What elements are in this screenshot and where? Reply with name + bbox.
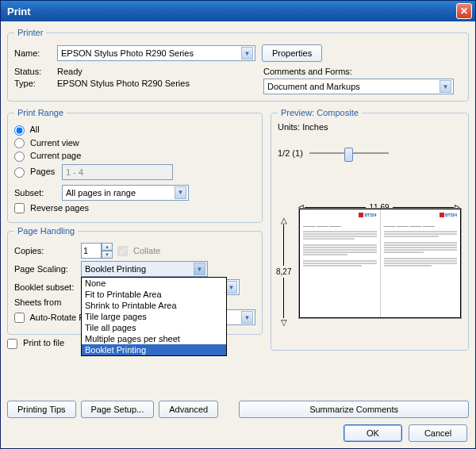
type-label: Type: [14,79,57,88]
close-icon[interactable]: ✕ [456,3,472,19]
advanced-button[interactable]: Advanced [159,401,218,418]
comments-label: Comments and Forms: [263,67,352,76]
chevron-down-icon: ▼ [175,186,186,199]
subset-select[interactable]: All pages in range ▼ [62,185,189,201]
print-range-group: Print Range All Current view Current pag… [7,108,263,223]
printer-legend: Printer [14,28,46,37]
pages-input[interactable] [62,164,173,180]
comments-select[interactable]: Document and Markups ▼ [263,79,454,94]
radio-all[interactable]: All [14,125,40,136]
subset-label: Subset: [14,188,62,198]
chevron-down-icon: ▼ [241,47,253,59]
page-scaling-dropdown[interactable]: None Fit to Printable Area Shrink to Pri… [81,277,227,356]
printer-name-select[interactable]: EPSON Stylus Photo R290 Series ▼ [57,45,255,61]
page-indicator: 1/2 (1) [278,148,303,158]
type-value: EPSON Stylus Photo R290 Series [57,79,190,88]
copies-spinner[interactable]: ▲▼ [81,243,113,259]
page-handling-legend: Page Handling [14,226,78,236]
page-setup-button[interactable]: Page Setup... [81,401,155,418]
window-title: Print [7,6,31,17]
radio-current-page[interactable]: Current page [14,151,81,162]
sheets-from-label: Sheets from [14,297,81,307]
option-multiple[interactable]: Multiple pages per sheet [82,333,226,344]
spin-up-icon[interactable]: ▲ [102,243,113,251]
preview-slider[interactable] [309,146,389,160]
printer-group: Printer Name: EPSON Stylus Photo R290 Se… [7,28,469,102]
chevron-down-icon: ▼ [194,263,205,275]
radio-current-view[interactable]: Current view [14,138,79,149]
auto-rotate-checkbox[interactable]: Auto-Rotate Pa [14,313,90,324]
units-label: Units: Inches [278,122,462,132]
reverse-pages-checkbox[interactable]: Reverse pages [14,203,89,214]
option-tile-all[interactable]: Tile all pages [82,322,226,333]
ok-button[interactable]: OK [344,424,402,442]
cancel-button[interactable]: Cancel [409,424,467,442]
option-none[interactable]: None [82,278,226,289]
name-label: Name: [14,48,57,58]
collate-checkbox: Collate [117,246,160,257]
booklet-subset-label: Booklet subset: [14,282,81,292]
preview-group: Preview: Composite Units: Inches 1/2 (1)… [271,108,469,351]
properties-button[interactable]: Properties [262,44,322,62]
chevron-down-icon: ▼ [440,80,451,93]
status-label: Status: [14,67,57,76]
print-dialog: Print ✕ Printer Name: EPSON Stylus Photo… [0,0,476,449]
height-dimension: △ 8,27 ▽ [276,216,291,327]
preview-page-right: BT524 ——— ——— ——— ——— [381,209,461,317]
print-range-legend: Print Range [14,108,67,117]
aux-select[interactable]: ▼ [224,309,255,325]
radio-pages[interactable]: Pages [14,167,62,178]
page-scaling-select[interactable]: Booklet Printing ▼ [81,261,208,277]
option-tile-large[interactable]: Tile large pages [82,311,226,322]
preview-legend: Preview: Composite [278,108,362,117]
option-shrink[interactable]: Shrink to Printable Area [82,300,226,311]
preview-page-left: BT524 ——— ——— ——— [300,209,381,317]
page-handling-group: Page Handling Copies: ▲▼ Collate Page Sc… [7,226,263,335]
option-fit[interactable]: Fit to Printable Area [82,289,226,300]
copies-label: Copies: [14,246,81,255]
summarize-comments-button[interactable]: Summarize Comments [239,401,469,418]
preview-image: BT524 ——— ——— ——— BT524 [298,208,462,319]
print-to-file-checkbox[interactable]: Print to file [7,338,64,349]
slider-thumb[interactable] [344,148,353,162]
page-scaling-label: Page Scaling: [14,264,81,274]
chevron-down-icon: ▼ [241,311,253,324]
printing-tips-button[interactable]: Printing Tips [7,401,76,418]
spin-down-icon[interactable]: ▼ [102,251,113,259]
chevron-down-icon: ▼ [225,281,237,294]
option-booklet[interactable]: Booklet Printing [82,344,226,355]
titlebar: Print ✕ [1,1,475,21]
status-value: Ready [57,67,83,76]
